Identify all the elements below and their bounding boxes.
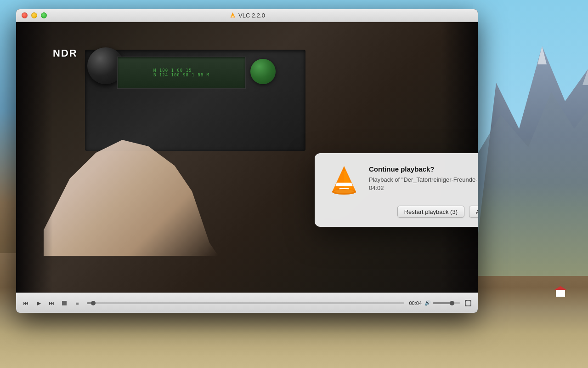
svg-rect-17 bbox=[465, 300, 471, 306]
svg-marker-6 bbox=[231, 13, 234, 17]
play-button[interactable]: ▶ bbox=[34, 298, 44, 308]
fullscreen-icon bbox=[465, 300, 471, 306]
always-continue-button[interactable]: Always continue bbox=[469, 206, 478, 218]
radio-knob-right bbox=[250, 59, 276, 84]
fast-forward-button[interactable]: ⏭ bbox=[46, 298, 57, 308]
dialog-buttons: Restart playback (3) Always continue Con… bbox=[328, 206, 478, 218]
svg-rect-7 bbox=[231, 16, 234, 17]
volume-track[interactable] bbox=[433, 302, 460, 304]
dialog-content: Continue playback? Playback of "Der_Tato… bbox=[328, 164, 478, 197]
video-content: M 100 1 00 15B 124 100 98 1 BB M NDR bbox=[16, 22, 478, 293]
time-display: 00:04 bbox=[409, 300, 422, 306]
minimize-button[interactable] bbox=[31, 12, 37, 18]
playlist-button[interactable]: ≡ bbox=[72, 298, 82, 308]
title-bar: VLC 2.2.0 bbox=[16, 9, 478, 22]
vlc-window: VLC 2.2.0 M 100 1 00 15B 124 100 98 1 BB… bbox=[16, 9, 478, 313]
window-title: VLC 2.2.0 bbox=[229, 12, 265, 19]
video-area: M 100 1 00 15B 124 100 98 1 BB M NDR bbox=[16, 22, 478, 293]
radio-display: M 100 1 00 15B 124 100 98 1 BB M bbox=[117, 57, 246, 89]
restart-playback-button[interactable]: Restart playback (3) bbox=[397, 206, 464, 218]
dialog-text-area: Continue playback? Playback of "Der_Tato… bbox=[369, 164, 478, 192]
playlist-icon: ≡ bbox=[75, 300, 79, 306]
vlc-title-icon bbox=[229, 12, 236, 19]
house bbox=[556, 290, 565, 297]
stop-button[interactable]: ■ bbox=[59, 298, 69, 308]
rewind-button[interactable]: ⏮ bbox=[21, 298, 31, 308]
traffic-lights bbox=[22, 12, 47, 18]
rewind-icon: ⏮ bbox=[23, 300, 28, 306]
maximize-button[interactable] bbox=[41, 12, 47, 18]
dialog-title: Continue playback? bbox=[369, 165, 478, 173]
dialog-message: Playback of "Der_Tatortreiniger-Freunde-… bbox=[369, 176, 478, 192]
svg-marker-11 bbox=[335, 183, 353, 186]
fast-forward-icon: ⏭ bbox=[49, 300, 54, 306]
progress-track[interactable] bbox=[87, 302, 404, 304]
close-button[interactable] bbox=[22, 12, 28, 18]
progress-area bbox=[87, 302, 404, 304]
volume-icon: 🔊 bbox=[424, 300, 431, 306]
dark-left-vignette bbox=[16, 22, 53, 293]
volume-fill bbox=[433, 302, 452, 304]
play-icon: ▶ bbox=[37, 300, 41, 306]
progress-thumb bbox=[91, 301, 96, 305]
volume-area: 🔊 bbox=[424, 300, 460, 306]
fullscreen-button[interactable] bbox=[463, 298, 473, 308]
volume-thumb bbox=[450, 301, 454, 305]
controls-bar: ⏮ ▶ ⏭ ■ ≡ 00:04 🔊 bbox=[16, 293, 478, 313]
svg-rect-8 bbox=[232, 17, 233, 17]
ndr-logo: NDR bbox=[53, 47, 78, 59]
svg-point-16 bbox=[334, 190, 354, 193]
vlc-cone-icon bbox=[328, 164, 361, 197]
desktop: VLC 2.2.0 M 100 1 00 15B 124 100 98 1 BB… bbox=[0, 0, 588, 368]
stop-icon: ■ bbox=[62, 301, 67, 305]
vlc-cone-svg bbox=[328, 164, 361, 197]
continue-playback-dialog: Continue playback? Playback of "Der_Tato… bbox=[315, 153, 478, 227]
mountain-background bbox=[473, 0, 588, 276]
